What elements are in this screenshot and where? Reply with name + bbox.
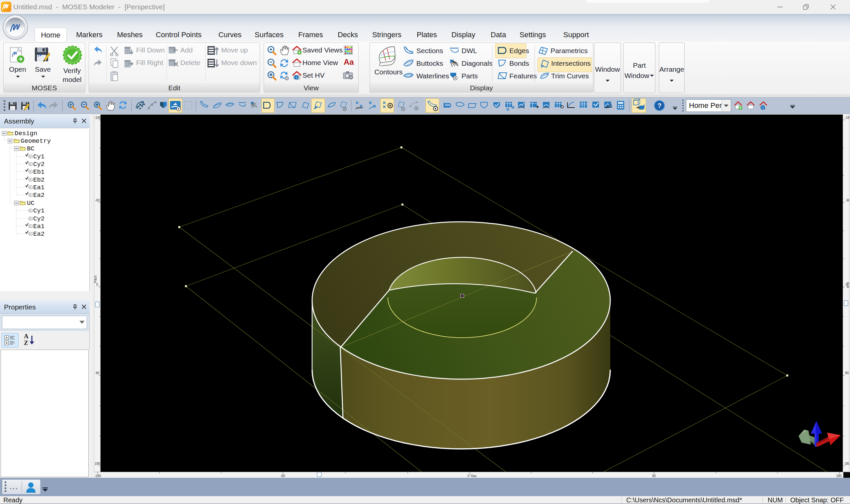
svg-text:-90: -90 [280, 474, 285, 478]
svg-text:-180: -180 [845, 116, 849, 120]
svg-text:Roll: Roll [846, 282, 849, 288]
svg-text:-180: -180 [94, 116, 101, 120]
svg-text:180: 180 [95, 462, 100, 466]
svg-text:Pitch: Pitch [94, 275, 97, 283]
svg-text:-180: -180 [94, 474, 101, 478]
svg-text:?: ? [657, 102, 662, 109]
svg-text:-90: -90 [95, 199, 100, 202]
svg-text:i: i [296, 75, 297, 79]
svg-text:90: 90 [652, 474, 656, 478]
svg-text:180: 180 [836, 474, 842, 478]
svg-text:0: 0 [96, 283, 98, 287]
svg-text:90: 90 [845, 371, 849, 375]
svg-text:90: 90 [96, 371, 100, 375]
svg-text:i: i [763, 106, 763, 110]
svg-text:0 Yaw: 0 Yaw [468, 474, 477, 478]
svg-text:180: 180 [844, 462, 849, 466]
svg-text:-90: -90 [845, 199, 849, 202]
